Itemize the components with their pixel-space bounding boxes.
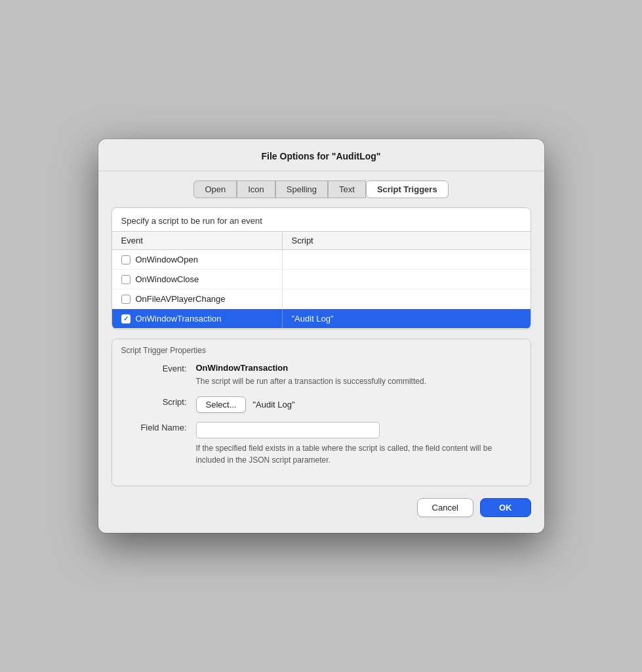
checkbox-onwindowopen[interactable] — [121, 255, 130, 264]
col-script-header: Script — [283, 232, 531, 249]
prop-script-label: Script: — [121, 396, 187, 407]
row-event-onwindowclose: OnWindowClose — [112, 270, 283, 289]
row-event-onfileavplayerchange: OnFileAVPlayerChange — [112, 289, 283, 308]
prop-event-label: Event: — [121, 363, 187, 373]
checkbox-onwindowclose[interactable] — [121, 275, 130, 284]
table-header: Event Script — [112, 231, 531, 250]
dialog-footer: Cancel OK — [98, 486, 544, 517]
event-desc: The script will be run after a transacti… — [196, 377, 426, 386]
script-select-row: Select... "Audit Log" — [196, 396, 521, 413]
event-name: OnWindowTransaction — [196, 363, 521, 373]
script-trigger-properties: Script Trigger Properties Event: OnWindo… — [111, 339, 531, 486]
prop-event-row: Event: OnWindowTransaction The script wi… — [121, 363, 521, 387]
prop-fieldname-row: Field Name: If the specified field exist… — [121, 422, 521, 466]
prop-script-value: Select... "Audit Log" — [196, 396, 521, 413]
table-row[interactable]: OnWindowOpen — [112, 250, 531, 270]
tab-spelling[interactable]: Spelling — [275, 180, 328, 198]
tab-text[interactable]: Text — [328, 180, 366, 198]
field-name-note: If the specified field exists in a table… — [196, 442, 521, 466]
cancel-button[interactable]: Cancel — [417, 498, 473, 517]
file-options-dialog: File Options for "AuditLog" Open Icon Sp… — [98, 139, 544, 533]
table-rows: OnWindowOpen OnWindowClose OnFileAVPlaye… — [112, 250, 531, 329]
script-name-display: "Audit Log" — [252, 400, 294, 410]
checkbox-onwindowtransaction[interactable] — [121, 314, 130, 324]
checkbox-onfileavplayerchange[interactable] — [121, 295, 130, 304]
table-row[interactable]: OnWindowClose — [112, 270, 531, 289]
prop-fieldname-label: Field Name: — [121, 422, 187, 432]
row-script-onwindowclose — [283, 275, 531, 284]
prop-fieldname-value: If the specified field exists in a table… — [196, 422, 521, 466]
prop-script-row: Script: Select... "Audit Log" — [121, 396, 521, 413]
tab-icon[interactable]: Icon — [237, 180, 275, 198]
table-subtitle: Specify a script to be run for an event — [112, 208, 531, 231]
field-name-input[interactable] — [196, 422, 380, 438]
col-event-header: Event — [112, 232, 283, 249]
row-event-onwindowopen: OnWindowOpen — [112, 250, 283, 269]
dialog-title: File Options for "AuditLog" — [98, 139, 544, 171]
tab-script-triggers[interactable]: Script Triggers — [366, 180, 449, 198]
tabs-row: Open Icon Spelling Text Script Triggers — [98, 171, 544, 198]
row-script-onwindowopen — [283, 255, 531, 264]
tab-open[interactable]: Open — [193, 180, 237, 198]
row-script-onwindowtransaction: "Audit Log" — [283, 309, 531, 328]
events-table-container: Specify a script to be run for an event … — [111, 207, 531, 329]
prop-event-value: OnWindowTransaction The script will be r… — [196, 363, 521, 387]
row-script-onfileavplayerchange — [283, 295, 531, 304]
properties-title: Script Trigger Properties — [121, 346, 521, 355]
select-script-button[interactable]: Select... — [196, 396, 247, 413]
table-row[interactable]: OnFileAVPlayerChange — [112, 289, 531, 309]
ok-button[interactable]: OK — [480, 498, 531, 517]
table-row-selected[interactable]: OnWindowTransaction "Audit Log" — [112, 309, 531, 329]
row-event-onwindowtransaction: OnWindowTransaction — [112, 309, 283, 328]
